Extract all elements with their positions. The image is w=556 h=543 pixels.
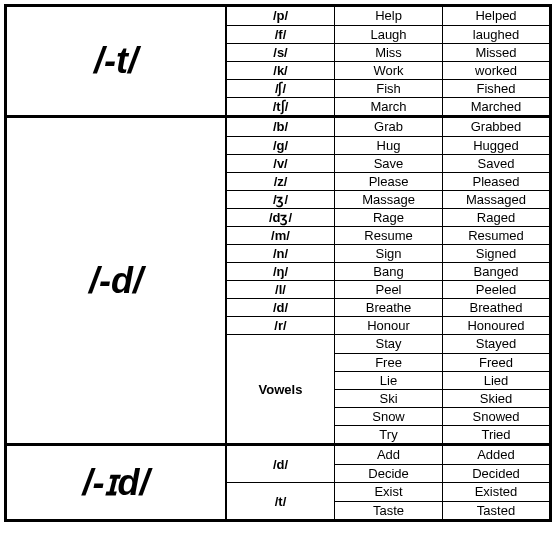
past-cell: Freed xyxy=(443,354,549,371)
table-row: Decide Decided xyxy=(335,464,549,482)
group-d: /d/ Add Added Decide Decided xyxy=(227,446,549,482)
table-row: /v/ Save Saved xyxy=(227,154,549,172)
past-cell: Fished xyxy=(443,80,549,97)
table-row: /n/ Sign Signed xyxy=(227,244,549,262)
sound-cell: /k/ xyxy=(227,62,335,79)
table-row: Exist Existed xyxy=(335,483,549,501)
base-cell: Sign xyxy=(335,245,443,262)
subrows: Stay Stayed Free Freed Lie Lied Ski Skie… xyxy=(335,335,549,443)
base-cell: March xyxy=(335,98,443,115)
base-cell: Peel xyxy=(335,281,443,298)
sound-cell: /b/ xyxy=(227,118,335,136)
past-cell: Signed xyxy=(443,245,549,262)
past-cell: laughed xyxy=(443,26,549,43)
table-row: /b/ Grab Grabbed xyxy=(227,118,549,136)
table-row: Snow Snowed xyxy=(335,407,549,425)
past-cell: Raged xyxy=(443,209,549,226)
base-cell: Free xyxy=(335,354,443,371)
table-row: /k/ Work worked xyxy=(227,61,549,79)
base-cell: Laugh xyxy=(335,26,443,43)
past-cell: Helped xyxy=(443,7,549,25)
table-row: /s/ Miss Missed xyxy=(227,43,549,61)
sound-cell: /v/ xyxy=(227,155,335,172)
table-row: /ʒ/ Massage Massaged xyxy=(227,190,549,208)
table-row: Try Tried xyxy=(335,425,549,443)
table-row: /tʃ/ March Marched xyxy=(227,97,549,115)
sound-cell: /dʒ/ xyxy=(227,209,335,226)
section-t: /-t/ /p/ Help Helped /f/ Laugh laughed /… xyxy=(7,7,549,115)
table-row: /d/ Breathe Breathed xyxy=(227,298,549,316)
base-cell: Save xyxy=(335,155,443,172)
past-cell: Banged xyxy=(443,263,549,280)
base-cell: Taste xyxy=(335,502,443,519)
past-cell: Pleased xyxy=(443,173,549,190)
past-cell: Skied xyxy=(443,390,549,407)
sound-cell: /ŋ/ xyxy=(227,263,335,280)
past-cell: Peeled xyxy=(443,281,549,298)
table-row: /f/ Laugh laughed xyxy=(227,25,549,43)
past-cell: Honoured xyxy=(443,317,549,334)
sound-cell: /f/ xyxy=(227,26,335,43)
table-row: Taste Tasted xyxy=(335,501,549,519)
sound-cell: /z/ xyxy=(227,173,335,190)
table-row: /r/ Honour Honoured xyxy=(227,316,549,334)
base-cell: Lie xyxy=(335,372,443,389)
sound-cell: /ʒ/ xyxy=(227,191,335,208)
past-cell: Resumed xyxy=(443,227,549,244)
ending-label: /-t/ xyxy=(7,7,227,115)
base-cell: Resume xyxy=(335,227,443,244)
base-cell: Massage xyxy=(335,191,443,208)
base-cell: Breathe xyxy=(335,299,443,316)
table-row: /dʒ/ Rage Raged xyxy=(227,208,549,226)
base-cell: Fish xyxy=(335,80,443,97)
ending-label: /-ɪd/ xyxy=(7,446,227,519)
base-cell: Rage xyxy=(335,209,443,226)
rows-t: /p/ Help Helped /f/ Laugh laughed /s/ Mi… xyxy=(227,7,549,115)
table-row: /p/ Help Helped xyxy=(227,7,549,25)
base-cell: Work xyxy=(335,62,443,79)
past-cell: Tasted xyxy=(443,502,549,519)
base-cell: Snow xyxy=(335,408,443,425)
table-row: Stay Stayed xyxy=(335,335,549,353)
base-cell: Stay xyxy=(335,335,443,353)
table-row: /ŋ/ Bang Banged xyxy=(227,262,549,280)
group-vowels: Vowels Stay Stayed Free Freed Lie Lied xyxy=(227,334,549,443)
past-cell: Hugged xyxy=(443,137,549,154)
section-d: /-d/ /b/ Grab Grabbed /g/ Hug Hugged /v/… xyxy=(7,115,549,443)
sound-cell: /r/ xyxy=(227,317,335,334)
table-row: Free Freed xyxy=(335,353,549,371)
pronunciation-table: /-t/ /p/ Help Helped /f/ Laugh laughed /… xyxy=(4,4,552,522)
sound-cell: /d/ xyxy=(227,446,335,482)
past-cell: Existed xyxy=(443,483,549,501)
sound-cell: Vowels xyxy=(227,335,335,443)
past-cell: Marched xyxy=(443,98,549,115)
rows-id: /d/ Add Added Decide Decided /t/ Exi xyxy=(227,446,549,519)
sound-cell: /m/ xyxy=(227,227,335,244)
table-row: /z/ Please Pleased xyxy=(227,172,549,190)
past-cell: Missed xyxy=(443,44,549,61)
base-cell: Please xyxy=(335,173,443,190)
past-cell: Decided xyxy=(443,465,549,482)
base-cell: Add xyxy=(335,446,443,464)
base-cell: Decide xyxy=(335,465,443,482)
base-cell: Miss xyxy=(335,44,443,61)
past-cell: Saved xyxy=(443,155,549,172)
sound-cell: /t/ xyxy=(227,483,335,519)
sound-cell: /ʃ/ xyxy=(227,80,335,97)
table-row: Ski Skied xyxy=(335,389,549,407)
base-cell: Honour xyxy=(335,317,443,334)
rows-d: /b/ Grab Grabbed /g/ Hug Hugged /v/ Save… xyxy=(227,118,549,443)
table-row: /g/ Hug Hugged xyxy=(227,136,549,154)
past-cell: Breathed xyxy=(443,299,549,316)
table-row: /m/ Resume Resumed xyxy=(227,226,549,244)
group-t: /t/ Exist Existed Taste Tasted xyxy=(227,482,549,519)
past-cell: Stayed xyxy=(443,335,549,353)
subrows: Exist Existed Taste Tasted xyxy=(335,483,549,519)
sound-cell: /p/ xyxy=(227,7,335,25)
past-cell: Grabbed xyxy=(443,118,549,136)
table-row: /ʃ/ Fish Fished xyxy=(227,79,549,97)
base-cell: Bang xyxy=(335,263,443,280)
past-cell: Lied xyxy=(443,372,549,389)
sound-cell: /g/ xyxy=(227,137,335,154)
past-cell: Snowed xyxy=(443,408,549,425)
